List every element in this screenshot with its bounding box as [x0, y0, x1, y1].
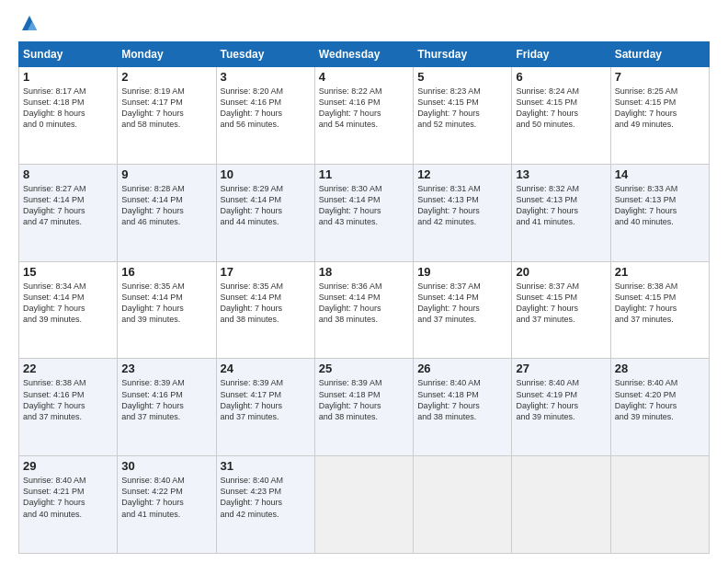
day-info: Sunrise: 8:40 AM Sunset: 4:18 PM Dayligh…: [417, 377, 507, 422]
day-number: 7: [615, 70, 705, 84]
day-info: Sunrise: 8:19 AM Sunset: 4:17 PM Dayligh…: [121, 86, 211, 131]
calendar-cell: 21Sunrise: 8:38 AM Sunset: 4:15 PM Dayli…: [610, 261, 709, 359]
day-number: 31: [221, 459, 311, 473]
calendar-cell: 13Sunrise: 8:32 AM Sunset: 4:13 PM Dayli…: [512, 164, 610, 261]
day-info: Sunrise: 8:33 AM Sunset: 4:13 PM Dayligh…: [615, 183, 705, 228]
day-number: 13: [516, 167, 606, 181]
day-number: 20: [516, 265, 606, 279]
calendar-week-4: 22Sunrise: 8:38 AM Sunset: 4:16 PM Dayli…: [19, 359, 710, 456]
day-number: 17: [221, 265, 311, 279]
day-info: Sunrise: 8:38 AM Sunset: 4:15 PM Dayligh…: [615, 281, 705, 326]
day-number: 28: [615, 362, 705, 375]
calendar-cell: 4Sunrise: 8:22 AM Sunset: 4:16 PM Daylig…: [314, 67, 413, 165]
day-info: Sunrise: 8:40 AM Sunset: 4:20 PM Dayligh…: [615, 377, 705, 422]
calendar-week-3: 15Sunrise: 8:34 AM Sunset: 4:14 PM Dayli…: [19, 261, 710, 359]
day-number: 6: [516, 70, 606, 84]
day-info: Sunrise: 8:28 AM Sunset: 4:14 PM Dayligh…: [121, 183, 211, 228]
day-info: Sunrise: 8:40 AM Sunset: 4:19 PM Dayligh…: [516, 377, 606, 422]
calendar-cell: 30Sunrise: 8:40 AM Sunset: 4:22 PM Dayli…: [118, 456, 216, 554]
day-number: 12: [417, 167, 507, 181]
calendar-header-friday: Friday: [512, 42, 610, 67]
calendar-week-2: 8Sunrise: 8:27 AM Sunset: 4:14 PM Daylig…: [19, 164, 710, 261]
day-info: Sunrise: 8:31 AM Sunset: 4:13 PM Dayligh…: [417, 183, 507, 228]
day-info: Sunrise: 8:30 AM Sunset: 4:14 PM Dayligh…: [319, 183, 409, 228]
day-number: 4: [319, 70, 409, 84]
day-info: Sunrise: 8:32 AM Sunset: 4:13 PM Dayligh…: [516, 183, 606, 228]
day-number: 27: [516, 362, 606, 375]
header: [18, 14, 710, 32]
day-info: Sunrise: 8:34 AM Sunset: 4:14 PM Dayligh…: [23, 281, 113, 326]
day-info: Sunrise: 8:36 AM Sunset: 4:14 PM Dayligh…: [319, 281, 409, 326]
calendar-cell: 2Sunrise: 8:19 AM Sunset: 4:17 PM Daylig…: [118, 67, 216, 165]
calendar-header-row: SundayMondayTuesdayWednesdayThursdayFrid…: [19, 42, 710, 67]
calendar-cell: [314, 456, 413, 554]
calendar-cell: 28Sunrise: 8:40 AM Sunset: 4:20 PM Dayli…: [610, 359, 709, 456]
calendar-cell: 20Sunrise: 8:37 AM Sunset: 4:15 PM Dayli…: [512, 261, 610, 359]
day-number: 24: [221, 362, 311, 375]
day-number: 14: [615, 167, 705, 181]
day-info: Sunrise: 8:39 AM Sunset: 4:18 PM Dayligh…: [319, 377, 409, 422]
calendar-header-wednesday: Wednesday: [314, 42, 413, 67]
calendar-cell: [512, 456, 610, 554]
day-number: 21: [615, 265, 705, 279]
day-info: Sunrise: 8:24 AM Sunset: 4:15 PM Dayligh…: [516, 86, 606, 131]
calendar-cell: 6Sunrise: 8:24 AM Sunset: 4:15 PM Daylig…: [512, 67, 610, 165]
calendar-cell: 19Sunrise: 8:37 AM Sunset: 4:14 PM Dayli…: [414, 261, 512, 359]
calendar-cell: 15Sunrise: 8:34 AM Sunset: 4:14 PM Dayli…: [19, 261, 118, 359]
day-number: 30: [121, 459, 211, 473]
calendar-header-monday: Monday: [118, 42, 216, 67]
day-number: 29: [23, 459, 113, 473]
day-info: Sunrise: 8:23 AM Sunset: 4:15 PM Dayligh…: [417, 86, 507, 131]
day-number: 2: [121, 70, 211, 84]
day-number: 22: [23, 362, 113, 375]
calendar-cell: 25Sunrise: 8:39 AM Sunset: 4:18 PM Dayli…: [314, 359, 413, 456]
day-number: 26: [417, 362, 507, 375]
day-info: Sunrise: 8:27 AM Sunset: 4:14 PM Dayligh…: [23, 183, 113, 228]
day-info: Sunrise: 8:29 AM Sunset: 4:14 PM Dayligh…: [221, 183, 311, 228]
day-info: Sunrise: 8:25 AM Sunset: 4:15 PM Dayligh…: [615, 86, 705, 131]
calendar-header-saturday: Saturday: [610, 42, 709, 67]
calendar-cell: 16Sunrise: 8:35 AM Sunset: 4:14 PM Dayli…: [118, 261, 216, 359]
calendar-cell: [414, 456, 512, 554]
calendar-cell: 1Sunrise: 8:17 AM Sunset: 4:18 PM Daylig…: [19, 67, 118, 165]
day-info: Sunrise: 8:20 AM Sunset: 4:16 PM Dayligh…: [221, 86, 311, 131]
calendar-cell: 18Sunrise: 8:36 AM Sunset: 4:14 PM Dayli…: [314, 261, 413, 359]
day-number: 3: [221, 70, 311, 84]
day-info: Sunrise: 8:40 AM Sunset: 4:22 PM Dayligh…: [121, 475, 211, 520]
day-number: 9: [121, 167, 211, 181]
day-info: Sunrise: 8:37 AM Sunset: 4:15 PM Dayligh…: [516, 281, 606, 326]
calendar-cell: 31Sunrise: 8:40 AM Sunset: 4:23 PM Dayli…: [216, 456, 314, 554]
calendar-cell: 5Sunrise: 8:23 AM Sunset: 4:15 PM Daylig…: [414, 67, 512, 165]
day-number: 1: [23, 70, 113, 84]
calendar-cell: [610, 456, 709, 554]
calendar-cell: 26Sunrise: 8:40 AM Sunset: 4:18 PM Dayli…: [414, 359, 512, 456]
day-number: 5: [417, 70, 507, 84]
day-number: 8: [23, 167, 113, 181]
logo-icon: [20, 14, 39, 32]
day-number: 11: [319, 167, 409, 181]
calendar-week-5: 29Sunrise: 8:40 AM Sunset: 4:21 PM Dayli…: [19, 456, 710, 554]
day-info: Sunrise: 8:35 AM Sunset: 4:14 PM Dayligh…: [221, 281, 311, 326]
calendar-cell: 29Sunrise: 8:40 AM Sunset: 4:21 PM Dayli…: [19, 456, 118, 554]
day-info: Sunrise: 8:37 AM Sunset: 4:14 PM Dayligh…: [417, 281, 507, 326]
day-info: Sunrise: 8:40 AM Sunset: 4:23 PM Dayligh…: [221, 475, 311, 520]
calendar-cell: 8Sunrise: 8:27 AM Sunset: 4:14 PM Daylig…: [19, 164, 118, 261]
day-number: 25: [319, 362, 409, 375]
day-number: 18: [319, 265, 409, 279]
calendar-cell: 17Sunrise: 8:35 AM Sunset: 4:14 PM Dayli…: [216, 261, 314, 359]
day-info: Sunrise: 8:40 AM Sunset: 4:21 PM Dayligh…: [23, 475, 113, 520]
calendar-week-1: 1Sunrise: 8:17 AM Sunset: 4:18 PM Daylig…: [19, 67, 710, 165]
day-info: Sunrise: 8:39 AM Sunset: 4:16 PM Dayligh…: [121, 377, 211, 422]
page: SundayMondayTuesdayWednesdayThursdayFrid…: [0, 0, 728, 563]
day-number: 16: [121, 265, 211, 279]
calendar-cell: 14Sunrise: 8:33 AM Sunset: 4:13 PM Dayli…: [610, 164, 709, 261]
day-info: Sunrise: 8:39 AM Sunset: 4:17 PM Dayligh…: [221, 377, 311, 422]
day-number: 10: [221, 167, 311, 181]
calendar-cell: 3Sunrise: 8:20 AM Sunset: 4:16 PM Daylig…: [216, 67, 314, 165]
day-info: Sunrise: 8:22 AM Sunset: 4:16 PM Dayligh…: [319, 86, 409, 131]
calendar-cell: 27Sunrise: 8:40 AM Sunset: 4:19 PM Dayli…: [512, 359, 610, 456]
calendar-cell: 9Sunrise: 8:28 AM Sunset: 4:14 PM Daylig…: [118, 164, 216, 261]
calendar-cell: 23Sunrise: 8:39 AM Sunset: 4:16 PM Dayli…: [118, 359, 216, 456]
calendar-header-tuesday: Tuesday: [216, 42, 314, 67]
day-number: 19: [417, 265, 507, 279]
